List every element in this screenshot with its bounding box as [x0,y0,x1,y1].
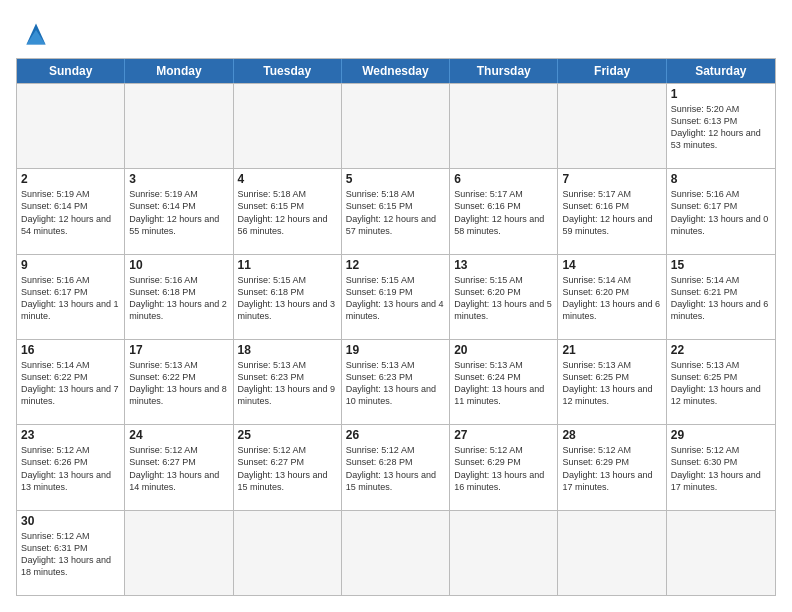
day-sun-info: Sunrise: 5:12 AMSunset: 6:27 PMDaylight:… [129,444,228,493]
day-number: 16 [21,343,120,357]
day-number: 17 [129,343,228,357]
day-number: 6 [454,172,553,186]
calendar-day-empty [342,84,450,168]
day-sun-info: Sunrise: 5:17 AMSunset: 6:16 PMDaylight:… [454,188,553,237]
day-number: 4 [238,172,337,186]
weekday-header-friday: Friday [558,59,666,83]
calendar-week-5: 23Sunrise: 5:12 AMSunset: 6:26 PMDayligh… [17,424,775,509]
day-number: 12 [346,258,445,272]
calendar-week-2: 2Sunrise: 5:19 AMSunset: 6:14 PMDaylight… [17,168,775,253]
day-number: 3 [129,172,228,186]
calendar-day-11: 11Sunrise: 5:15 AMSunset: 6:18 PMDayligh… [234,255,342,339]
day-sun-info: Sunrise: 5:12 AMSunset: 6:30 PMDaylight:… [671,444,771,493]
day-sun-info: Sunrise: 5:12 AMSunset: 6:29 PMDaylight:… [454,444,553,493]
calendar-header-row: SundayMondayTuesdayWednesdayThursdayFrid… [17,59,775,83]
calendar-day-18: 18Sunrise: 5:13 AMSunset: 6:23 PMDayligh… [234,340,342,424]
day-number: 1 [671,87,771,101]
calendar-day-6: 6Sunrise: 5:17 AMSunset: 6:16 PMDaylight… [450,169,558,253]
calendar-day-19: 19Sunrise: 5:13 AMSunset: 6:23 PMDayligh… [342,340,450,424]
calendar-day-empty [667,511,775,595]
calendar-body: 1Sunrise: 5:20 AMSunset: 6:13 PMDaylight… [17,83,775,595]
logo [16,20,52,50]
day-sun-info: Sunrise: 5:14 AMSunset: 6:20 PMDaylight:… [562,274,661,323]
calendar-week-6: 30Sunrise: 5:12 AMSunset: 6:31 PMDayligh… [17,510,775,595]
day-number: 11 [238,258,337,272]
day-number: 13 [454,258,553,272]
day-sun-info: Sunrise: 5:19 AMSunset: 6:14 PMDaylight:… [129,188,228,237]
weekday-header-tuesday: Tuesday [234,59,342,83]
weekday-header-saturday: Saturday [667,59,775,83]
day-number: 18 [238,343,337,357]
day-sun-info: Sunrise: 5:18 AMSunset: 6:15 PMDaylight:… [346,188,445,237]
calendar-day-empty [558,511,666,595]
svg-marker-1 [26,30,45,44]
day-sun-info: Sunrise: 5:12 AMSunset: 6:26 PMDaylight:… [21,444,120,493]
day-sun-info: Sunrise: 5:16 AMSunset: 6:17 PMDaylight:… [21,274,120,323]
calendar-day-27: 27Sunrise: 5:12 AMSunset: 6:29 PMDayligh… [450,425,558,509]
day-sun-info: Sunrise: 5:18 AMSunset: 6:15 PMDaylight:… [238,188,337,237]
calendar-day-12: 12Sunrise: 5:15 AMSunset: 6:19 PMDayligh… [342,255,450,339]
day-number: 24 [129,428,228,442]
calendar-day-23: 23Sunrise: 5:12 AMSunset: 6:26 PMDayligh… [17,425,125,509]
day-sun-info: Sunrise: 5:13 AMSunset: 6:22 PMDaylight:… [129,359,228,408]
day-number: 29 [671,428,771,442]
calendar-day-empty [342,511,450,595]
header [16,16,776,50]
calendar-day-empty [450,511,558,595]
day-number: 22 [671,343,771,357]
day-sun-info: Sunrise: 5:19 AMSunset: 6:14 PMDaylight:… [21,188,120,237]
day-sun-info: Sunrise: 5:13 AMSunset: 6:24 PMDaylight:… [454,359,553,408]
day-sun-info: Sunrise: 5:13 AMSunset: 6:23 PMDaylight:… [238,359,337,408]
calendar-day-20: 20Sunrise: 5:13 AMSunset: 6:24 PMDayligh… [450,340,558,424]
day-sun-info: Sunrise: 5:15 AMSunset: 6:18 PMDaylight:… [238,274,337,323]
day-number: 14 [562,258,661,272]
calendar-day-15: 15Sunrise: 5:14 AMSunset: 6:21 PMDayligh… [667,255,775,339]
day-sun-info: Sunrise: 5:13 AMSunset: 6:25 PMDaylight:… [562,359,661,408]
calendar-day-17: 17Sunrise: 5:13 AMSunset: 6:22 PMDayligh… [125,340,233,424]
calendar-day-30: 30Sunrise: 5:12 AMSunset: 6:31 PMDayligh… [17,511,125,595]
day-number: 25 [238,428,337,442]
weekday-header-wednesday: Wednesday [342,59,450,83]
day-sun-info: Sunrise: 5:16 AMSunset: 6:17 PMDaylight:… [671,188,771,237]
weekday-header-sunday: Sunday [17,59,125,83]
calendar-day-empty [558,84,666,168]
calendar-day-2: 2Sunrise: 5:19 AMSunset: 6:14 PMDaylight… [17,169,125,253]
calendar-day-empty [450,84,558,168]
calendar-day-5: 5Sunrise: 5:18 AMSunset: 6:15 PMDaylight… [342,169,450,253]
day-number: 23 [21,428,120,442]
day-number: 19 [346,343,445,357]
calendar: SundayMondayTuesdayWednesdayThursdayFrid… [16,58,776,596]
calendar-day-8: 8Sunrise: 5:16 AMSunset: 6:17 PMDaylight… [667,169,775,253]
calendar-day-3: 3Sunrise: 5:19 AMSunset: 6:14 PMDaylight… [125,169,233,253]
calendar-day-29: 29Sunrise: 5:12 AMSunset: 6:30 PMDayligh… [667,425,775,509]
calendar-day-empty [234,84,342,168]
calendar-day-empty [17,84,125,168]
day-sun-info: Sunrise: 5:14 AMSunset: 6:21 PMDaylight:… [671,274,771,323]
calendar-day-empty [125,511,233,595]
calendar-week-3: 9Sunrise: 5:16 AMSunset: 6:17 PMDaylight… [17,254,775,339]
day-sun-info: Sunrise: 5:15 AMSunset: 6:19 PMDaylight:… [346,274,445,323]
calendar-day-24: 24Sunrise: 5:12 AMSunset: 6:27 PMDayligh… [125,425,233,509]
day-sun-info: Sunrise: 5:13 AMSunset: 6:25 PMDaylight:… [671,359,771,408]
day-number: 20 [454,343,553,357]
day-sun-info: Sunrise: 5:14 AMSunset: 6:22 PMDaylight:… [21,359,120,408]
day-number: 7 [562,172,661,186]
calendar-day-7: 7Sunrise: 5:17 AMSunset: 6:16 PMDaylight… [558,169,666,253]
day-number: 8 [671,172,771,186]
calendar-day-13: 13Sunrise: 5:15 AMSunset: 6:20 PMDayligh… [450,255,558,339]
calendar-week-4: 16Sunrise: 5:14 AMSunset: 6:22 PMDayligh… [17,339,775,424]
calendar-day-10: 10Sunrise: 5:16 AMSunset: 6:18 PMDayligh… [125,255,233,339]
day-sun-info: Sunrise: 5:12 AMSunset: 6:31 PMDaylight:… [21,530,120,579]
day-number: 27 [454,428,553,442]
calendar-day-1: 1Sunrise: 5:20 AMSunset: 6:13 PMDaylight… [667,84,775,168]
calendar-day-25: 25Sunrise: 5:12 AMSunset: 6:27 PMDayligh… [234,425,342,509]
day-number: 5 [346,172,445,186]
calendar-day-28: 28Sunrise: 5:12 AMSunset: 6:29 PMDayligh… [558,425,666,509]
day-number: 2 [21,172,120,186]
calendar-day-empty [234,511,342,595]
calendar-day-21: 21Sunrise: 5:13 AMSunset: 6:25 PMDayligh… [558,340,666,424]
day-sun-info: Sunrise: 5:16 AMSunset: 6:18 PMDaylight:… [129,274,228,323]
day-number: 15 [671,258,771,272]
calendar-page: SundayMondayTuesdayWednesdayThursdayFrid… [0,0,792,612]
day-number: 30 [21,514,120,528]
